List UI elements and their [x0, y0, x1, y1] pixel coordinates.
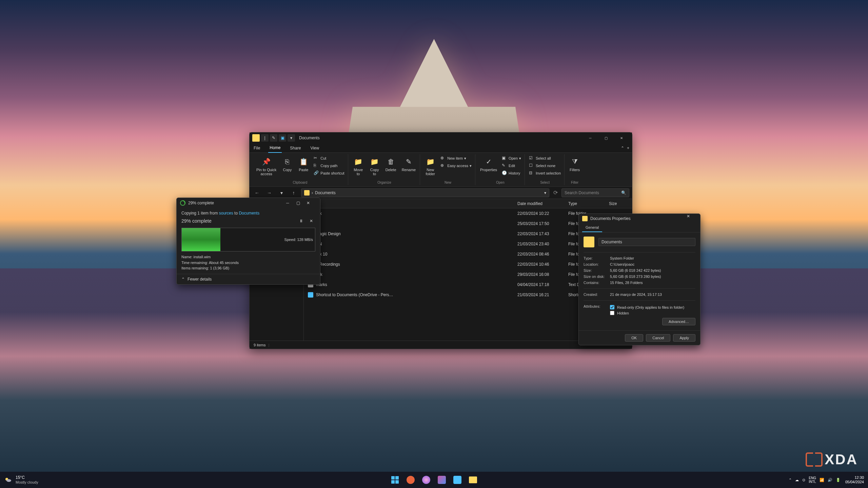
cancel-button[interactable]: Cancel [646, 334, 670, 342]
wifi-icon[interactable]: 📶 [820, 478, 824, 482]
column-size[interactable]: Size [605, 201, 632, 206]
file-date: 22/03/2024 10:46 [513, 262, 564, 267]
props-titlebar[interactable]: Documents Properties ✕ [579, 214, 700, 223]
ribbon-group-open: Open [496, 181, 504, 184]
recent-dropdown[interactable]: ▾ [277, 188, 286, 198]
copy-dest-link[interactable]: Documents [239, 211, 259, 216]
file-date: 22/03/2024 10:22 [513, 211, 564, 216]
chevron-down-icon[interactable]: ▾ [544, 190, 546, 195]
shortcut-icon: 🔗 [314, 170, 319, 176]
select-none-button[interactable]: ☐Select none [528, 162, 562, 169]
copy-speed: Speed: 128 MB/s [284, 238, 313, 242]
tab-general[interactable]: General [582, 223, 602, 232]
rename-icon: ✎ [403, 156, 414, 167]
folder-name-input[interactable] [598, 238, 695, 246]
ribbon-collapse-icon[interactable]: ⌃ [621, 146, 624, 150]
clock[interactable]: 12:30 05/04/2024 [845, 475, 864, 484]
explorer-titlebar[interactable]: | ✎ ▣ ▾ Documents ─ ▢ ✕ [250, 133, 632, 143]
volume-icon[interactable]: 🔊 [828, 478, 832, 482]
taskbar-app-2[interactable] [419, 473, 433, 487]
tray-chevron-icon[interactable]: ⌃ [789, 478, 792, 482]
column-date[interactable]: Date modified [513, 201, 564, 206]
onedrive-icon[interactable]: ☁ [795, 478, 799, 482]
select-all-button[interactable]: ☑Select all [528, 155, 562, 162]
new-item-button[interactable]: ⊕New item ▾ [439, 155, 473, 162]
weather-widget[interactable]: 15°C Mostly cloudy [0, 475, 42, 484]
properties-dialog: Documents Properties ✕ General Type:Syst… [578, 214, 701, 345]
easy-access-button[interactable]: ⊕Easy access ▾ [439, 162, 473, 169]
taskbar-app-1[interactable] [404, 473, 417, 487]
pause-button[interactable]: ⏸ [297, 217, 305, 225]
properties-icon: ✓ [483, 156, 494, 167]
edit-button[interactable]: ✎Edit [500, 162, 522, 169]
props-size-on-disk: 5,60 GB (6 018 273 280 bytes) [610, 274, 695, 279]
cancel-button[interactable]: ✕ [307, 217, 315, 225]
copy-button[interactable]: ⎘Copy [280, 155, 295, 173]
tray-icon[interactable]: ⊙ [802, 478, 805, 482]
chevron-down-icon[interactable]: ▾ [288, 134, 295, 142]
copy-to-button[interactable]: 📁Copy to [367, 155, 382, 177]
delete-button[interactable]: 🗑Delete [383, 155, 398, 173]
column-name[interactable]: Name [304, 201, 513, 206]
open-button[interactable]: ▣Open ▾ [500, 155, 522, 162]
copy-titlebar[interactable]: 29% complete ─ ▢ ✕ [177, 198, 320, 208]
move-to-button[interactable]: 📁Move to [351, 155, 366, 177]
taskbar-explorer[interactable] [466, 473, 480, 487]
maximize-button[interactable]: ▢ [598, 133, 614, 143]
copy-details: Name: install.wim Time remaining: About … [181, 254, 315, 271]
new-folder-button[interactable]: 📁New folder [423, 155, 438, 177]
up-button[interactable]: ↑ [289, 188, 298, 198]
apply-button[interactable]: Apply [673, 334, 695, 342]
column-type[interactable]: Type [564, 201, 605, 206]
properties-tb-icon[interactable]: ✎ [270, 134, 277, 142]
copypath-icon: ⎘ [314, 163, 319, 168]
pin-quick-access-button[interactable]: 📌Pin to Quick access [254, 155, 278, 177]
tab-file[interactable]: File [252, 144, 261, 152]
rename-button[interactable]: ✎Rename [400, 155, 418, 173]
battery-icon[interactable]: 🔋 [836, 478, 841, 482]
file-date: 21/03/2024 16:21 [513, 292, 564, 297]
paste-shortcut-button[interactable]: 🔗Paste shortcut [312, 170, 346, 177]
minimize-button[interactable]: ─ [583, 133, 598, 143]
history-button[interactable]: 🕐History [500, 170, 522, 177]
hidden-checkbox[interactable] [610, 311, 614, 315]
back-button[interactable]: ← [252, 188, 262, 198]
taskbar-app-3[interactable] [435, 473, 449, 487]
taskbar-app-4[interactable] [451, 473, 464, 487]
cut-button[interactable]: ✂Cut [312, 155, 346, 162]
newfolder-tb-icon[interactable]: ▣ [279, 134, 286, 142]
close-button[interactable]: ✕ [307, 201, 317, 205]
copy-source-link[interactable]: sources [219, 211, 233, 216]
advanced-button[interactable]: Advanced… [662, 318, 695, 325]
forward-button[interactable]: → [264, 188, 274, 198]
ribbon-group-select: Select [540, 181, 550, 184]
close-button[interactable]: ✕ [687, 214, 697, 223]
breadcrumb-item[interactable]: Documents [315, 190, 336, 195]
fewer-details-toggle[interactable]: ⌃ Fewer details [177, 274, 320, 284]
tab-share[interactable]: Share [289, 144, 302, 152]
maximize-button[interactable]: ▢ [296, 201, 307, 205]
address-bar[interactable]: › Documents ▾ [301, 188, 549, 197]
start-button[interactable] [388, 473, 402, 487]
readonly-checkbox[interactable] [610, 305, 614, 309]
props-location: C:\Users\joaoc [610, 262, 695, 266]
close-button[interactable]: ✕ [614, 133, 629, 143]
paste-button[interactable]: 📋Paste [296, 155, 311, 173]
invert-selection-button[interactable]: ⊟Invert selection [528, 170, 562, 177]
selectall-icon: ☑ [529, 156, 534, 161]
filters-button[interactable]: ⧩Filters [567, 155, 582, 173]
language-indicator[interactable]: ENG INTL [809, 476, 816, 484]
minimize-button[interactable]: ─ [286, 201, 296, 205]
tab-home[interactable]: Home [268, 143, 282, 153]
refresh-button[interactable]: ⟳ [552, 189, 559, 196]
tab-view[interactable]: View [309, 144, 320, 152]
newtab-icon[interactable]: + [627, 146, 629, 150]
ribbon-group-clipboard: Clipboard [293, 181, 307, 184]
search-input[interactable]: Search Documents 🔍 [561, 188, 629, 197]
copy-path-button[interactable]: ⎘Copy path [312, 162, 346, 169]
search-icon[interactable]: 🔍 [621, 190, 626, 195]
explorer-nav: ← → ▾ ↑ › Documents ▾ ⟳ Search Documents… [250, 187, 632, 199]
ok-button[interactable]: OK [625, 334, 643, 342]
properties-button[interactable]: ✓Properties [478, 155, 499, 173]
newfolder-icon: 📁 [425, 156, 436, 167]
